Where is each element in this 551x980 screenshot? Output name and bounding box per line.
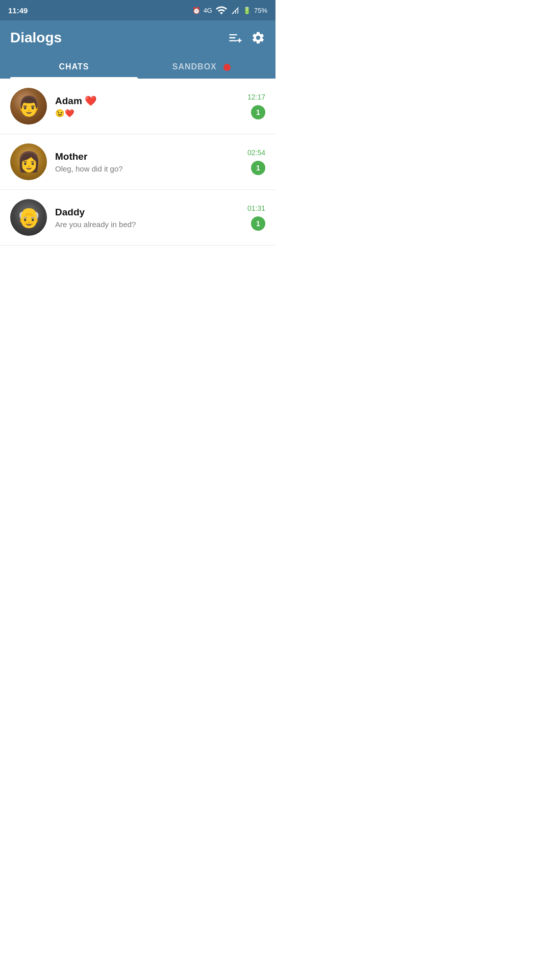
- sandbox-badge: [223, 64, 231, 71]
- header: Dialogs CHATS SANDBOX: [0, 20, 276, 79]
- chat-content-mother: Mother Oleg, how did it go?: [55, 151, 241, 173]
- chat-item-mother[interactable]: Mother Oleg, how did it go? 02:54 1: [0, 134, 276, 190]
- chat-content-adam: Adam ❤️ 😉❤️: [55, 95, 241, 118]
- tab-chats[interactable]: CHATS: [10, 55, 138, 79]
- chat-right-adam: 12:17 1: [247, 93, 265, 119]
- chat-time-mother: 02:54: [247, 149, 265, 157]
- avatar-adam: [10, 88, 47, 125]
- chat-badge-adam: 1: [251, 105, 265, 119]
- add-chat-button[interactable]: [228, 31, 242, 45]
- network-label: 4G: [204, 7, 212, 14]
- status-bar: 11:49 ⏰ 4G 🔋 75%: [0, 0, 276, 20]
- chat-name-daddy: Daddy: [55, 207, 241, 218]
- chat-time-adam: 12:17: [247, 93, 265, 101]
- chat-item-daddy[interactable]: Daddy Are you already in bed? 01:31 1: [0, 190, 276, 246]
- battery-icon: 🔋: [243, 7, 251, 14]
- chat-badge-mother: 1: [251, 161, 265, 175]
- header-top: Dialogs: [10, 30, 265, 55]
- status-icons: ⏰ 4G 🔋 75%: [192, 4, 267, 16]
- header-icons: [228, 31, 265, 45]
- chat-list: Adam ❤️ 😉❤️ 12:17 1 Mother Oleg, how did…: [0, 79, 276, 246]
- signal-x-icon: [231, 6, 240, 15]
- avatar-mother: [10, 143, 47, 180]
- alarm-icon: ⏰: [192, 7, 201, 14]
- tabs: CHATS SANDBOX: [10, 55, 265, 79]
- chat-time-daddy: 01:31: [247, 204, 265, 212]
- signal-icon: [215, 4, 228, 16]
- chat-badge-daddy: 1: [251, 216, 265, 231]
- chat-message-mother: Oleg, how did it go?: [55, 164, 241, 173]
- chat-right-daddy: 01:31 1: [247, 204, 265, 231]
- chat-item-adam[interactable]: Adam ❤️ 😉❤️ 12:17 1: [0, 79, 276, 134]
- chat-content-daddy: Daddy Are you already in bed?: [55, 207, 241, 229]
- chat-message-adam: 😉❤️: [55, 109, 241, 118]
- status-time: 11:49: [8, 6, 28, 15]
- chat-name-mother: Mother: [55, 151, 241, 162]
- chat-name-adam: Adam ❤️: [55, 95, 241, 107]
- settings-button[interactable]: [251, 31, 265, 45]
- page-title: Dialogs: [10, 30, 62, 46]
- avatar-daddy: [10, 199, 47, 236]
- tab-sandbox[interactable]: SANDBOX: [138, 55, 265, 79]
- chat-right-mother: 02:54 1: [247, 149, 265, 175]
- battery-percent: 75%: [254, 7, 267, 14]
- chat-message-daddy: Are you already in bed?: [55, 220, 241, 229]
